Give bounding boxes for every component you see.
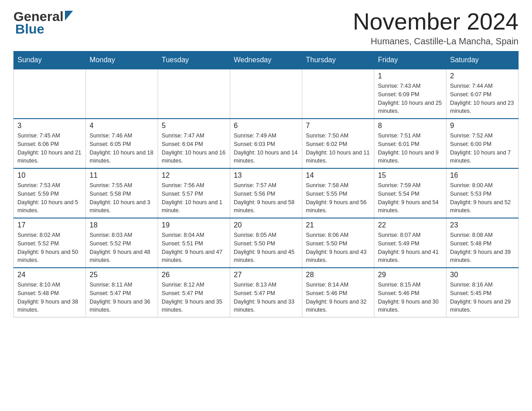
calendar-day: 18Sunrise: 8:03 AM Sunset: 5:52 PM Dayli… [86, 218, 158, 268]
col-header-wednesday: Wednesday [230, 51, 302, 69]
col-header-thursday: Thursday [302, 51, 374, 69]
calendar-day: 11Sunrise: 7:55 AM Sunset: 5:58 PM Dayli… [86, 168, 158, 218]
day-info: Sunrise: 8:14 AM Sunset: 5:46 PM Dayligh… [306, 281, 370, 314]
col-header-friday: Friday [374, 51, 446, 69]
calendar-day: 17Sunrise: 8:02 AM Sunset: 5:52 PM Dayli… [14, 218, 86, 268]
calendar-header-row: SundayMondayTuesdayWednesdayThursdayFrid… [14, 51, 519, 69]
calendar-week-4: 17Sunrise: 8:02 AM Sunset: 5:52 PM Dayli… [14, 218, 519, 268]
col-header-saturday: Saturday [446, 51, 519, 69]
calendar-day: 16Sunrise: 8:00 AM Sunset: 5:53 PM Dayli… [446, 168, 519, 218]
calendar-table: SundayMondayTuesdayWednesdayThursdayFrid… [13, 51, 519, 317]
day-info: Sunrise: 7:47 AM Sunset: 6:04 PM Dayligh… [162, 132, 226, 165]
day-info: Sunrise: 8:07 AM Sunset: 5:49 PM Dayligh… [378, 231, 442, 265]
calendar-day: 10Sunrise: 7:53 AM Sunset: 5:59 PM Dayli… [14, 168, 86, 218]
day-number: 1 [378, 72, 442, 80]
calendar-day: 27Sunrise: 8:13 AM Sunset: 5:47 PM Dayli… [230, 268, 302, 317]
col-header-tuesday: Tuesday [158, 51, 230, 69]
day-number: 20 [234, 221, 298, 229]
calendar-day: 3Sunrise: 7:45 AM Sunset: 6:06 PM Daylig… [14, 119, 86, 168]
day-number: 28 [306, 271, 370, 279]
day-info: Sunrise: 8:08 AM Sunset: 5:48 PM Dayligh… [450, 231, 515, 265]
calendar-day: 9Sunrise: 7:52 AM Sunset: 6:00 PM Daylig… [446, 119, 519, 168]
day-number: 27 [234, 271, 298, 279]
day-info: Sunrise: 7:51 AM Sunset: 6:01 PM Dayligh… [378, 132, 442, 165]
day-info: Sunrise: 8:06 AM Sunset: 5:50 PM Dayligh… [306, 231, 370, 265]
day-info: Sunrise: 8:16 AM Sunset: 5:45 PM Dayligh… [450, 281, 515, 314]
logo-triangle-icon [65, 11, 73, 22]
calendar-day: 6Sunrise: 7:49 AM Sunset: 6:03 PM Daylig… [230, 119, 302, 168]
calendar-day: 22Sunrise: 8:07 AM Sunset: 5:49 PM Dayli… [374, 218, 446, 268]
day-info: Sunrise: 7:59 AM Sunset: 5:54 PM Dayligh… [378, 181, 442, 215]
day-info: Sunrise: 8:10 AM Sunset: 5:48 PM Dayligh… [17, 281, 82, 314]
day-number: 6 [234, 122, 298, 130]
day-number: 17 [17, 221, 82, 229]
calendar-day: 29Sunrise: 8:15 AM Sunset: 5:46 PM Dayli… [374, 268, 446, 317]
svg-marker-0 [65, 11, 73, 21]
calendar-week-1: 1Sunrise: 7:43 AM Sunset: 6:09 PM Daylig… [14, 69, 519, 119]
col-header-sunday: Sunday [14, 51, 86, 69]
calendar-day [14, 69, 86, 119]
page-header: General Blue November 2024 Humanes, Cast… [13, 9, 519, 47]
calendar-day: 19Sunrise: 8:04 AM Sunset: 5:51 PM Dayli… [158, 218, 230, 268]
day-info: Sunrise: 8:12 AM Sunset: 5:47 PM Dayligh… [162, 281, 226, 314]
day-number: 2 [450, 72, 515, 80]
day-info: Sunrise: 7:43 AM Sunset: 6:09 PM Dayligh… [378, 82, 442, 116]
calendar-day: 12Sunrise: 7:56 AM Sunset: 5:57 PM Dayli… [158, 168, 230, 218]
day-info: Sunrise: 8:15 AM Sunset: 5:46 PM Dayligh… [378, 281, 442, 314]
day-number: 11 [90, 171, 154, 180]
day-info: Sunrise: 7:57 AM Sunset: 5:56 PM Dayligh… [234, 181, 298, 215]
day-number: 23 [450, 221, 515, 229]
day-number: 19 [162, 221, 226, 229]
calendar-day: 7Sunrise: 7:50 AM Sunset: 6:02 PM Daylig… [302, 119, 374, 168]
calendar-week-3: 10Sunrise: 7:53 AM Sunset: 5:59 PM Dayli… [14, 168, 519, 218]
calendar-day: 13Sunrise: 7:57 AM Sunset: 5:56 PM Dayli… [230, 168, 302, 218]
day-info: Sunrise: 8:02 AM Sunset: 5:52 PM Dayligh… [17, 231, 82, 265]
day-number: 15 [378, 171, 442, 180]
calendar-day: 26Sunrise: 8:12 AM Sunset: 5:47 PM Dayli… [158, 268, 230, 317]
day-info: Sunrise: 8:13 AM Sunset: 5:47 PM Dayligh… [234, 281, 298, 314]
calendar-day: 24Sunrise: 8:10 AM Sunset: 5:48 PM Dayli… [14, 268, 86, 317]
day-number: 18 [90, 221, 154, 229]
calendar-day: 1Sunrise: 7:43 AM Sunset: 6:09 PM Daylig… [374, 69, 446, 119]
calendar-week-2: 3Sunrise: 7:45 AM Sunset: 6:06 PM Daylig… [14, 119, 519, 168]
month-title: November 2024 [353, 9, 519, 34]
day-number: 25 [90, 271, 154, 279]
calendar-day: 14Sunrise: 7:58 AM Sunset: 5:55 PM Dayli… [302, 168, 374, 218]
day-number: 24 [17, 271, 82, 279]
day-info: Sunrise: 7:53 AM Sunset: 5:59 PM Dayligh… [17, 181, 82, 215]
day-number: 13 [234, 171, 298, 180]
day-number: 22 [378, 221, 442, 229]
calendar-day: 8Sunrise: 7:51 AM Sunset: 6:01 PM Daylig… [374, 119, 446, 168]
calendar-day [86, 69, 158, 119]
day-info: Sunrise: 7:58 AM Sunset: 5:55 PM Dayligh… [306, 181, 370, 215]
logo-blue-text: Blue [15, 21, 44, 37]
day-info: Sunrise: 7:50 AM Sunset: 6:02 PM Dayligh… [306, 132, 370, 165]
day-number: 29 [378, 271, 442, 279]
day-info: Sunrise: 7:45 AM Sunset: 6:06 PM Dayligh… [17, 132, 82, 165]
calendar-day: 2Sunrise: 7:44 AM Sunset: 6:07 PM Daylig… [446, 69, 519, 119]
calendar-day: 28Sunrise: 8:14 AM Sunset: 5:46 PM Dayli… [302, 268, 374, 317]
calendar-day: 5Sunrise: 7:47 AM Sunset: 6:04 PM Daylig… [158, 119, 230, 168]
logo: General Blue [13, 9, 73, 37]
calendar-week-5: 24Sunrise: 8:10 AM Sunset: 5:48 PM Dayli… [14, 268, 519, 317]
day-info: Sunrise: 8:11 AM Sunset: 5:47 PM Dayligh… [90, 281, 154, 314]
day-number: 7 [306, 122, 370, 130]
day-number: 8 [378, 122, 442, 130]
day-number: 14 [306, 171, 370, 180]
calendar-day: 4Sunrise: 7:46 AM Sunset: 6:05 PM Daylig… [86, 119, 158, 168]
title-section: November 2024 Humanes, Castille-La Manch… [353, 9, 519, 47]
day-info: Sunrise: 7:46 AM Sunset: 6:05 PM Dayligh… [90, 132, 154, 165]
day-number: 21 [306, 221, 370, 229]
day-info: Sunrise: 7:56 AM Sunset: 5:57 PM Dayligh… [162, 181, 226, 215]
calendar-day [230, 69, 302, 119]
day-number: 5 [162, 122, 226, 130]
day-info: Sunrise: 8:04 AM Sunset: 5:51 PM Dayligh… [162, 231, 226, 265]
day-number: 30 [450, 271, 515, 279]
day-number: 16 [450, 171, 515, 180]
calendar-day: 30Sunrise: 8:16 AM Sunset: 5:45 PM Dayli… [446, 268, 519, 317]
day-number: 26 [162, 271, 226, 279]
day-info: Sunrise: 7:49 AM Sunset: 6:03 PM Dayligh… [234, 132, 298, 165]
location-text: Humanes, Castille-La Mancha, Spain [353, 36, 519, 47]
day-number: 10 [17, 171, 82, 180]
calendar-day [302, 69, 374, 119]
